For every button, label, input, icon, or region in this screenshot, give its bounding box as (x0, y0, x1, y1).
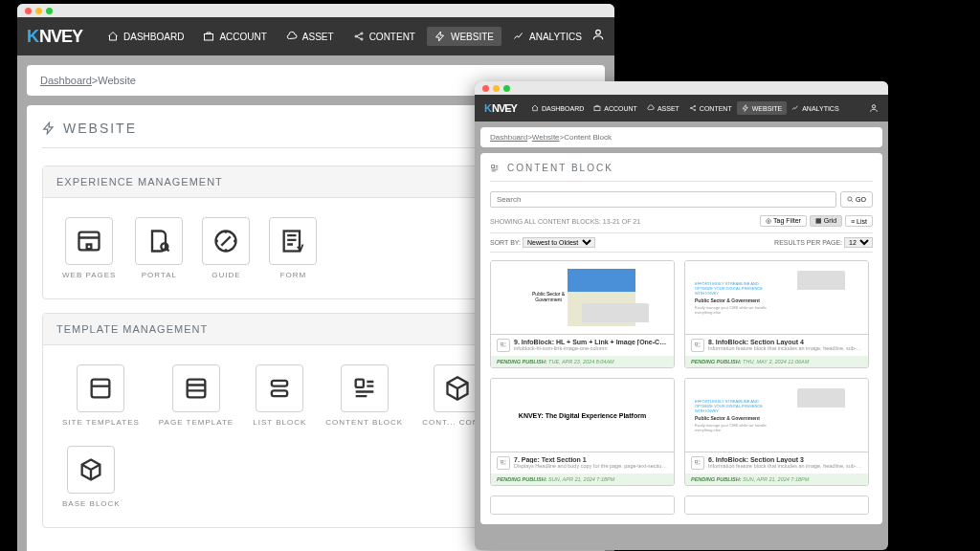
search-input[interactable] (490, 191, 836, 208)
grid-view-button[interactable]: ▦ Grid (810, 215, 842, 227)
nav-dashboard[interactable]: DASHBOARD (526, 101, 589, 115)
svg-point-20 (848, 197, 852, 201)
block-title: 8. InfoBlock: Section Layout 4 (708, 339, 862, 345)
breadcrumb-root[interactable]: Dashboard (40, 75, 92, 86)
secondary-window: KNVEY DASHBOARD ACCOUNT ASSET CONTENT WE… (475, 81, 888, 550)
nav-dashboard[interactable]: DASHBOARD (100, 27, 191, 46)
navbar: KNVEY DASHBOARD ACCOUNT ASSET CONTENT WE… (475, 95, 888, 121)
content-block-card[interactable]: EFFORTLESSLY STREAMLINE AND OPTIMIZE YOU… (684, 378, 869, 486)
block-type-icon (497, 456, 510, 470)
svg-rect-11 (272, 381, 287, 386)
nav-website[interactable]: WEBSITE (737, 101, 788, 115)
chart-icon (791, 104, 799, 112)
close-icon[interactable] (25, 8, 32, 14)
minimize-icon[interactable] (35, 8, 42, 14)
content-block-card[interactable]: KNVEY: The Digital Experience Platform 7… (490, 378, 675, 486)
tile-content-block[interactable]: CONTENT BLOCK (325, 364, 403, 427)
tile-site-templates[interactable]: SITE TEMPLATES (62, 364, 140, 427)
svg-rect-19 (492, 165, 495, 167)
bolt-icon (434, 31, 446, 42)
svg-rect-0 (205, 34, 213, 41)
cloud-icon (647, 104, 655, 112)
block-type-icon (691, 456, 704, 470)
bolt-icon (42, 121, 56, 135)
sort-label: SORT BY: (490, 239, 521, 246)
list-view-button[interactable]: ≡ List (845, 215, 873, 227)
tile-list-block[interactable]: LIST BLOCK (253, 364, 306, 427)
tag-filter-button[interactable]: ◎ Tag Filter (760, 215, 807, 227)
tile-base-block[interactable]: BASE BLOCK (62, 446, 121, 508)
content-block-card[interactable]: Public Sector & Government 9. InfoBlock:… (490, 260, 675, 368)
svg-point-18 (872, 105, 875, 108)
block-preview: EFFORTLESSLY STREAMLINE AND OPTIMIZE YOU… (685, 261, 868, 334)
breadcrumb-mid[interactable]: Website (532, 133, 560, 142)
brand-logo[interactable]: KNVEY (484, 102, 517, 114)
nav-account[interactable]: ACCOUNT (589, 101, 642, 115)
tile-web-pages[interactable]: WEB PAGES (62, 217, 116, 279)
content-block-card[interactable] (490, 496, 675, 515)
content-block-card[interactable]: EFFORTLESSLY STREAMLINE AND OPTIMIZE YOU… (684, 260, 869, 368)
page-title: CONTENT BLOCK (490, 163, 873, 182)
tile-portal[interactable]: PORTAL (135, 217, 183, 279)
maximize-icon[interactable] (503, 85, 510, 92)
svg-rect-10 (188, 380, 206, 398)
secondary-content: CONTENT BLOCK GO SHOWING ALL CONTENT BLO… (480, 153, 882, 524)
nav-content[interactable]: CONTENT (345, 27, 423, 46)
block-info: 8. InfoBlock: Section Layout 4 Informati… (685, 334, 868, 356)
search-go-button[interactable]: GO (840, 191, 873, 208)
nav-asset[interactable]: ASSET (642, 101, 684, 115)
cloud-icon (286, 31, 298, 42)
svg-point-3 (361, 38, 363, 40)
block-title: 9. InfoBlock: HL + Sum + Link + Image [O… (514, 339, 668, 345)
block-preview (685, 496, 868, 515)
svg-rect-12 (272, 390, 287, 396)
tile-page-template[interactable]: PAGE TEMPLATE (159, 364, 234, 427)
svg-point-1 (355, 35, 357, 37)
share-icon (353, 31, 365, 42)
user-menu[interactable] (591, 28, 605, 45)
block-info: 7. Page: Text Section 1 Displays Headlin… (491, 452, 674, 474)
user-menu[interactable] (869, 99, 879, 117)
per-page-select[interactable]: 12 (844, 237, 873, 248)
svg-point-16 (694, 105, 695, 106)
nav-website[interactable]: WEBSITE (427, 27, 501, 46)
briefcase-icon (203, 31, 214, 42)
search-icon (847, 196, 854, 203)
svg-point-4 (596, 30, 601, 34)
tile-guide[interactable]: GUIDE (202, 217, 250, 279)
svg-point-17 (694, 109, 695, 110)
sort-select[interactable]: Newest to Oldest (523, 237, 595, 248)
page-template-icon (183, 375, 210, 402)
nav-analytics[interactable]: ANALYTICS (787, 101, 843, 115)
nav-content[interactable]: CONTENT (684, 101, 737, 115)
titlebar (475, 81, 888, 95)
minimize-icon[interactable] (493, 85, 500, 92)
content-block-icon (490, 164, 500, 173)
svg-rect-13 (355, 380, 363, 387)
nav-account[interactable]: ACCOUNT (195, 27, 274, 46)
block-status: PENDING PUBLISH: TUE, APR 23, 2024 8:04A… (491, 356, 674, 367)
block-title: 6. InfoBlock: Section Layout 3 (708, 456, 862, 463)
brand-logo[interactable]: KNVEY (27, 27, 82, 47)
breadcrumb: Dashboard > Website > Content Block (480, 127, 882, 147)
content-block-card[interactable] (684, 496, 869, 515)
block-desc: Information feature block that includes … (708, 345, 862, 351)
svg-rect-5 (79, 232, 100, 251)
chart-icon (513, 31, 524, 42)
compass-icon (212, 228, 239, 254)
svg-rect-24 (695, 460, 697, 462)
content-block-icon (351, 375, 378, 402)
block-info: 9. InfoBlock: HL + Sum + Link + Image [O… (491, 334, 674, 356)
svg-rect-22 (695, 342, 697, 344)
user-icon (591, 28, 605, 41)
maximize-icon[interactable] (46, 8, 53, 14)
svg-rect-21 (501, 342, 502, 344)
breadcrumb-root[interactable]: Dashboard (490, 133, 527, 142)
nav-asset[interactable]: ASSET (278, 27, 342, 46)
portal-icon (145, 228, 172, 254)
block-preview: Public Sector & Government (491, 261, 674, 334)
close-icon[interactable] (482, 85, 489, 92)
tile-form[interactable]: FORM (269, 217, 317, 279)
nav-analytics[interactable]: ANALYTICS (505, 27, 590, 46)
per-page-label: RESULTS PER PAGE: (774, 239, 842, 246)
